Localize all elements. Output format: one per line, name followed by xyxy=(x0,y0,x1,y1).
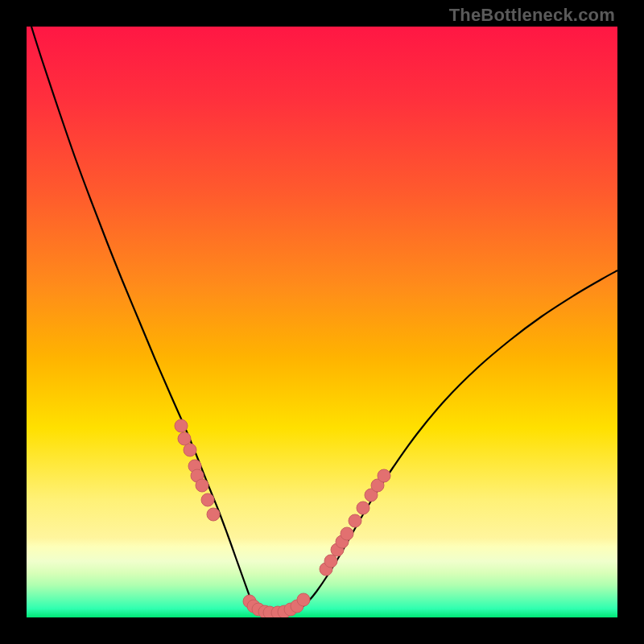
data-dot xyxy=(207,508,220,521)
data-dot xyxy=(297,593,310,606)
data-dot xyxy=(349,514,361,527)
data-dot xyxy=(324,555,337,568)
data-dot xyxy=(178,432,191,445)
data-dot xyxy=(201,493,214,506)
data-dot xyxy=(378,469,390,482)
bottleneck-curve xyxy=(31,27,617,614)
data-dot xyxy=(341,527,353,540)
data-dots xyxy=(175,419,390,617)
data-dot xyxy=(357,502,369,514)
data-dot xyxy=(175,419,188,432)
curve-layer xyxy=(27,27,617,617)
chart-frame: TheBottleneck.com xyxy=(0,0,644,644)
watermark-text: TheBottleneck.com xyxy=(449,5,615,26)
plot-area xyxy=(27,27,617,617)
data-dot xyxy=(196,479,208,492)
data-dot xyxy=(184,444,196,456)
